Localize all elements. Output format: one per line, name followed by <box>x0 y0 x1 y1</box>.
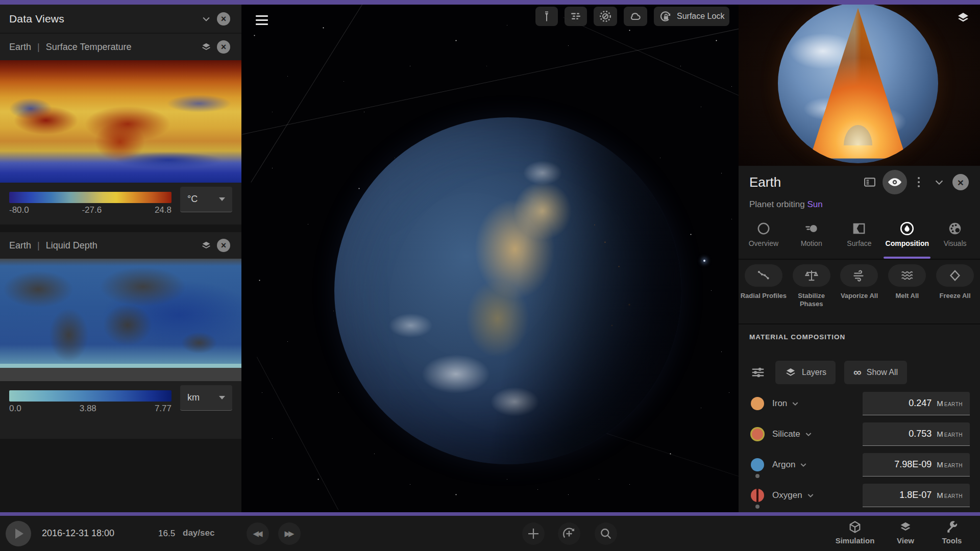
speed-up-button[interactable]: ▶▶ <box>278 522 301 545</box>
orbit-mode-icon <box>599 10 612 23</box>
play-icon <box>15 529 23 539</box>
material-mass-field[interactable]: 7.98E-09 M EARTH <box>863 453 970 477</box>
layers-toggle-button[interactable]: Layers <box>775 361 836 384</box>
trails-icon <box>570 10 582 22</box>
temperature-colorbar[interactable] <box>9 192 172 203</box>
melt-all-button[interactable]: Melt All <box>883 264 931 308</box>
material-swatch[interactable] <box>751 458 764 471</box>
material-mass-field[interactable]: 0.753 M EARTH <box>863 422 970 446</box>
vaporize-all-icon <box>852 268 866 283</box>
filter-sliders-icon[interactable] <box>749 364 767 381</box>
material-row-argon: Argon 7.98E-09 M EARTH <box>739 452 980 478</box>
earth-cutaway-preview[interactable] <box>739 5 980 166</box>
melt-all-icon <box>900 268 914 283</box>
eye-icon <box>887 174 902 190</box>
add-object-button[interactable] <box>522 522 545 545</box>
collapse-chevron-icon[interactable] <box>930 173 948 191</box>
object-tabs: Overview Motion Surface C <box>740 219 979 256</box>
card-object-name: Earth <box>9 240 31 251</box>
orbit-mode-button[interactable] <box>594 7 617 26</box>
more-options-kebab-icon[interactable] <box>911 173 926 191</box>
liquid-depth-card-header: Earth | Liquid Depth × <box>0 232 241 259</box>
simulation-speed-unit[interactable]: day/sec <box>183 528 214 538</box>
liquid-depth-map[interactable] <box>0 259 241 381</box>
visuals-palette-icon <box>947 221 963 236</box>
close-icon[interactable]: × <box>215 10 232 28</box>
menu-hamburger-icon[interactable] <box>253 12 271 28</box>
space-viewport[interactable]: Surface Lock <box>241 5 739 512</box>
close-icon[interactable]: × <box>215 237 232 254</box>
search-button[interactable] <box>595 522 617 545</box>
freeze-all-button[interactable]: Freeze All <box>931 264 979 308</box>
material-swatch[interactable] <box>750 427 765 441</box>
chevron-down-icon[interactable] <box>799 461 807 469</box>
top-accent-bar <box>0 0 980 5</box>
close-icon[interactable]: × <box>952 173 969 191</box>
clouds-button[interactable] <box>624 7 647 26</box>
simulation-menu-button[interactable]: Simulation <box>827 520 883 548</box>
plus-icon <box>526 526 541 541</box>
tab-surface[interactable]: Surface <box>836 219 884 256</box>
collapse-chevron-icon[interactable] <box>198 10 215 28</box>
material-composition-heading: MATERIAL COMPOSITION <box>749 333 845 341</box>
data-views-title: Data Views <box>9 13 64 25</box>
phase-indicator-dot <box>755 505 760 509</box>
tools-menu-button[interactable]: Tools <box>924 520 980 548</box>
surface-lock-label: Surface Lock <box>677 12 724 21</box>
colorbar-min-label: 0.0 <box>9 404 21 414</box>
material-mass-field[interactable]: 0.247 M EARTH <box>863 392 970 415</box>
close-icon[interactable]: × <box>215 38 232 56</box>
layers-icon[interactable] <box>198 237 215 254</box>
trails-button[interactable] <box>565 7 587 26</box>
surface-temperature-map[interactable] <box>0 60 241 183</box>
time-control-bar: 2016-12-31 18:00 16.5 day/sec ◀◀ ▶▶ Si <box>0 516 980 551</box>
radial-profiles-icon <box>756 268 771 283</box>
colorbar-max-label: 7.77 <box>155 404 172 414</box>
surface-temperature-card: Earth | Surface Temperature × -80.0 -27.… <box>0 34 241 224</box>
liquid-colorbar-labels: 0.0 3.88 7.77 <box>9 404 172 414</box>
radial-profiles-button[interactable]: Radial Profiles <box>740 264 788 308</box>
tab-motion[interactable]: Motion <box>788 219 836 256</box>
layers-icon[interactable] <box>956 11 970 27</box>
data-views-header: Data Views × <box>0 5 241 33</box>
surface-lock-button[interactable]: Surface Lock <box>654 7 729 26</box>
object-inspector-panel: Earth × <box>739 5 980 512</box>
recenter-view-button[interactable] <box>558 522 580 545</box>
material-mass-field[interactable]: 1.8E-07 M EARTH <box>863 484 970 507</box>
temperature-unit-select[interactable]: °C <box>180 187 232 212</box>
card-metric-name: Liquid Depth <box>46 240 97 251</box>
layers-icon <box>898 520 913 534</box>
show-all-toggle-button[interactable]: ∞ Show All <box>844 361 907 384</box>
tab-composition[interactable]: Composition <box>883 219 931 256</box>
colorbar-mid-label: -27.6 <box>82 205 102 215</box>
layers-icon[interactable] <box>198 38 215 56</box>
chevron-down-icon[interactable] <box>806 491 815 499</box>
liquid-unit-select[interactable]: km <box>180 385 232 411</box>
earth-planet[interactable] <box>334 117 681 464</box>
flashlight-button[interactable] <box>535 7 558 26</box>
slow-down-button[interactable]: ◀◀ <box>247 522 269 545</box>
properties-panel-icon[interactable] <box>861 173 878 191</box>
stabilize-phases-button[interactable]: Stabilize Phases <box>788 264 836 308</box>
tab-overview[interactable]: Overview <box>740 219 788 256</box>
chevron-down-icon[interactable] <box>804 430 813 438</box>
data-views-panel: Data Views × Earth | Surface Temperature… <box>0 5 241 512</box>
universe-sandbox-app: Data Views × Earth | Surface Temperature… <box>0 0 980 551</box>
play-button[interactable] <box>6 521 31 546</box>
stabilize-phases-icon <box>804 268 819 283</box>
overview-icon <box>756 221 771 236</box>
visibility-eye-button[interactable] <box>883 170 907 194</box>
simulation-speed-value[interactable]: 16.5 <box>158 529 175 539</box>
tab-visuals[interactable]: Visuals <box>931 219 979 256</box>
composition-actions: Radial Profiles Stabilize Phases Vapo <box>740 264 979 308</box>
material-swatch[interactable] <box>751 397 764 410</box>
search-icon <box>599 527 613 541</box>
material-swatch[interactable] <box>751 489 764 502</box>
chevron-down-icon[interactable] <box>791 399 799 408</box>
simulation-datetime[interactable]: 2016-12-31 18:00 <box>42 528 114 539</box>
liquid-colorbar[interactable] <box>9 390 172 402</box>
flashlight-icon <box>541 10 553 22</box>
liquid-colorbar-row: 0.0 3.88 7.77 km <box>0 381 241 422</box>
vaporize-all-button[interactable]: Vaporize All <box>836 264 884 308</box>
sun-link[interactable]: Sun <box>807 199 822 209</box>
